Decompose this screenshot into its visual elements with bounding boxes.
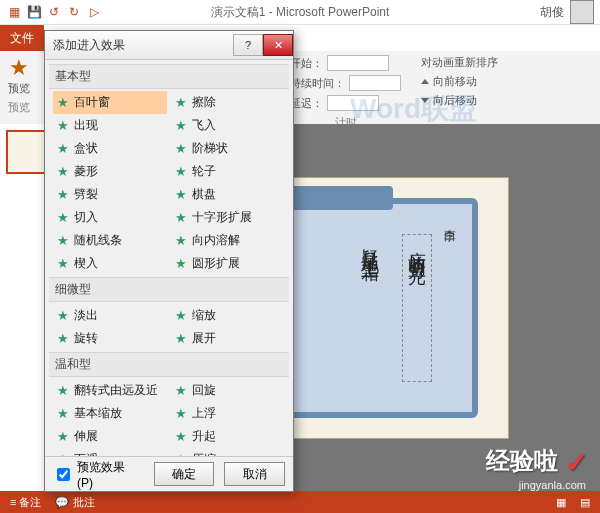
effect-label: 翻转式由远及近 <box>74 382 158 399</box>
redo-icon[interactable]: ↻ <box>66 4 82 20</box>
effect-item[interactable]: ★切入 <box>53 206 167 229</box>
effect-item[interactable]: ★轮子 <box>171 160 285 183</box>
opt-duration: 持续时间： <box>290 75 401 91</box>
effect-item[interactable]: ★出现 <box>53 114 167 137</box>
start-field[interactable] <box>327 55 389 71</box>
effect-item[interactable]: ★菱形 <box>53 160 167 183</box>
ok-button[interactable]: 确定 <box>154 462 215 486</box>
effect-label: 升起 <box>192 428 216 445</box>
star-icon: ★ <box>57 211 69 224</box>
effect-item[interactable]: ★淡出 <box>53 304 167 327</box>
effect-item[interactable]: ★劈裂 <box>53 183 167 206</box>
effect-item[interactable]: ★缩放 <box>171 304 285 327</box>
reorder-group: 对动画重新排序 向前移动 向后移动 <box>421 55 498 125</box>
save-icon[interactable]: 💾 <box>26 4 42 20</box>
star-icon: ★ <box>57 309 69 322</box>
effect-group-header: 基本型 <box>49 64 289 89</box>
effect-group-header: 细微型 <box>49 277 289 302</box>
effect-item[interactable]: ★楔入 <box>53 252 167 275</box>
poem-line-1[interactable]: 床前明月光 <box>402 234 432 382</box>
dialog-close-button[interactable]: ✕ <box>263 34 293 56</box>
app-icon: ▦ <box>6 4 22 20</box>
effect-label: 淡出 <box>74 307 98 324</box>
effect-item[interactable]: ★升起 <box>171 425 285 448</box>
cancel-button[interactable]: 取消 <box>224 462 285 486</box>
effect-item[interactable]: ★旋转 <box>53 327 167 350</box>
effect-item[interactable]: ★压缩 <box>171 448 285 456</box>
effect-label: 擦除 <box>192 94 216 111</box>
move-forward-button[interactable]: 向前移动 <box>421 74 498 89</box>
effect-label: 回旋 <box>192 382 216 399</box>
star-icon: ★ <box>175 142 187 155</box>
effect-item[interactable]: ★圆形扩展 <box>171 252 285 275</box>
status-bar: ≡ 备注 💬 批注 ▦ ▤ <box>0 491 600 513</box>
undo-icon[interactable]: ↺ <box>46 4 62 20</box>
effect-label: 阶梯状 <box>192 140 228 157</box>
effect-item[interactable]: ★上浮 <box>171 402 285 425</box>
effect-item[interactable]: ★展开 <box>171 327 285 350</box>
effect-group-header: 温和型 <box>49 352 289 377</box>
star-icon: ★ <box>175 309 187 322</box>
star-icon: ★ <box>175 188 187 201</box>
star-icon: ★ <box>175 119 187 132</box>
effect-label: 楔入 <box>74 255 98 272</box>
preview-checkbox-input[interactable] <box>57 468 70 481</box>
effect-item[interactable]: ★基本缩放 <box>53 402 167 425</box>
add-effect-dialog: 添加进入效果 ? ✕ 基本型★百叶窗★擦除★出现★飞入★盒状★阶梯状★菱形★轮子… <box>44 30 294 492</box>
star-icon: ★ <box>57 430 69 443</box>
star-icon: ★ <box>57 407 69 420</box>
dialog-titlebar[interactable]: 添加进入效果 ? ✕ <box>45 31 293 60</box>
effect-label: 棋盘 <box>192 186 216 203</box>
user-avatar-icon[interactable] <box>570 0 594 24</box>
effect-item[interactable]: ★擦除 <box>171 91 285 114</box>
effect-item[interactable]: ★盒状 <box>53 137 167 160</box>
timing-group: 开始： 持续时间： 延迟： 计时 <box>290 55 401 125</box>
view-sorter-icon[interactable]: ▤ <box>580 496 590 509</box>
effect-item[interactable]: ★下浮 <box>53 448 167 456</box>
effect-item[interactable]: ★向内溶解 <box>171 229 285 252</box>
effect-item[interactable]: ★随机线条 <box>53 229 167 252</box>
preview-effect-checkbox[interactable]: 预览效果(P) <box>53 459 134 490</box>
effect-item[interactable]: ★阶梯状 <box>171 137 285 160</box>
star-icon: ★ <box>57 119 69 132</box>
comments-button[interactable]: 💬 批注 <box>55 495 94 510</box>
notes-button[interactable]: ≡ 备注 <box>10 495 41 510</box>
star-icon: ★ <box>175 165 187 178</box>
tab-file[interactable]: 文件 <box>0 25 44 51</box>
preview-button[interactable]: ★ 预览 <box>8 55 30 96</box>
opt-delay: 延迟： <box>290 95 401 111</box>
dialog-help-button[interactable]: ? <box>233 34 263 56</box>
effect-label: 圆形扩展 <box>192 255 240 272</box>
triangle-up-icon <box>421 79 429 84</box>
star-icon: ★ <box>57 234 69 247</box>
user-name[interactable]: 胡俊 <box>540 4 564 21</box>
effect-label: 旋转 <box>74 330 98 347</box>
effect-item[interactable]: ★棋盘 <box>171 183 285 206</box>
star-icon: ★ <box>57 453 69 456</box>
effect-item[interactable]: ★回旋 <box>171 379 285 402</box>
effect-label: 劈裂 <box>74 186 98 203</box>
window-titlebar: ▦ 💾 ↺ ↻ ▷ 演示文稿1 - Microsoft PowerPoint 胡… <box>0 0 600 25</box>
effect-item[interactable]: ★飞入 <box>171 114 285 137</box>
duration-field[interactable] <box>349 75 401 91</box>
move-backward-button[interactable]: 向后移动 <box>421 93 498 108</box>
star-icon: ★ <box>57 165 69 178</box>
opt-start: 开始： <box>290 55 401 71</box>
effect-grid: ★淡出★缩放★旋转★展开 <box>49 302 289 352</box>
triangle-down-icon <box>421 98 429 103</box>
poem-line-2: 疑是地上霜 <box>358 234 382 382</box>
star-icon: ★ <box>57 188 69 201</box>
brand-overlay: 经验啦 ✓ <box>486 445 588 479</box>
window-title: 演示文稿1 - Microsoft PowerPoint <box>211 4 390 21</box>
delay-field[interactable] <box>327 95 379 111</box>
effect-item[interactable]: ★翻转式由远及近 <box>53 379 167 402</box>
star-icon: ★ <box>175 96 187 109</box>
effect-item[interactable]: ★伸展 <box>53 425 167 448</box>
slideshow-icon[interactable]: ▷ <box>86 4 102 20</box>
check-icon: ✓ <box>565 447 588 478</box>
effect-item[interactable]: ★十字形扩展 <box>171 206 285 229</box>
effect-item[interactable]: ★百叶窗 <box>53 91 167 114</box>
dialog-body[interactable]: 基本型★百叶窗★擦除★出现★飞入★盒状★阶梯状★菱形★轮子★劈裂★棋盘★切入★十… <box>45 60 293 456</box>
view-normal-icon[interactable]: ▦ <box>556 496 566 509</box>
effect-label: 盒状 <box>74 140 98 157</box>
